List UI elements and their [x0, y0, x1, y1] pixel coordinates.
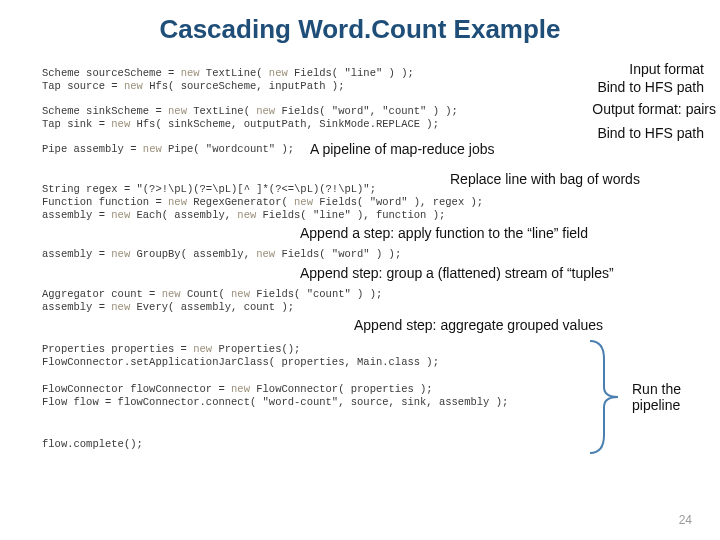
- label-run-2: pipeline: [632, 397, 680, 413]
- label-append-group: Append step: group a (flattened) stream …: [300, 265, 614, 281]
- code-line-08: assembly = new Each( assembly, new Field…: [42, 209, 445, 221]
- code-line-10: Aggregator count = new Count( new Fields…: [42, 288, 382, 300]
- code-line-15: Flow flow = flowConnector.connect( "word…: [42, 396, 508, 408]
- code-line-03: Scheme sinkScheme = new TextLine( new Fi…: [42, 105, 458, 117]
- slide-title: Cascading Word.Count Example: [0, 0, 720, 53]
- code-line-02: Tap source = new Hfs( sourceScheme, inpu…: [42, 80, 344, 92]
- label-bind-hfs-1: Bind to HFS path: [597, 79, 704, 95]
- code-line-14: FlowConnector flowConnector = new FlowCo…: [42, 383, 433, 395]
- code-line-09: assembly = new GroupBy( assembly, new Fi…: [42, 248, 401, 260]
- brace-icon: [584, 337, 628, 457]
- label-replace-line: Replace line with bag of words: [450, 171, 640, 187]
- code-line-11: assembly = new Every( assembly, count );: [42, 301, 294, 313]
- label-append-func: Append a step: apply function to the “li…: [300, 225, 588, 241]
- code-line-07: Function function = new RegexGenerator( …: [42, 196, 483, 208]
- label-bind-hfs-2: Bind to HFS path: [597, 125, 704, 141]
- label-run-1: Run the: [632, 381, 681, 397]
- slide-body: Scheme sourceScheme = new TextLine( new …: [0, 53, 720, 533]
- code-line-12: Properties properties = new Properties()…: [42, 343, 300, 355]
- code-line-04: Tap sink = new Hfs( sinkScheme, outputPa…: [42, 118, 439, 130]
- code-line-05: Pipe assembly = new Pipe( "wordcount" );: [42, 143, 294, 155]
- label-append-agg: Append step: aggregate grouped values: [354, 317, 603, 333]
- page-number: 24: [679, 513, 692, 527]
- code-line-06: String regex = "(?>!\pL)(?=\pL)[^ ]*(?<=…: [42, 183, 376, 195]
- label-pipeline: A pipeline of map-reduce jobs: [310, 141, 494, 157]
- label-input-format: Input format: [629, 61, 704, 77]
- code-line-01: Scheme sourceScheme = new TextLine( new …: [42, 67, 414, 79]
- code-line-13: FlowConnector.setApplicationJarClass( pr…: [42, 356, 439, 368]
- code-line-16: flow.complete();: [42, 438, 143, 450]
- label-output-format: Output format: pairs: [592, 101, 716, 117]
